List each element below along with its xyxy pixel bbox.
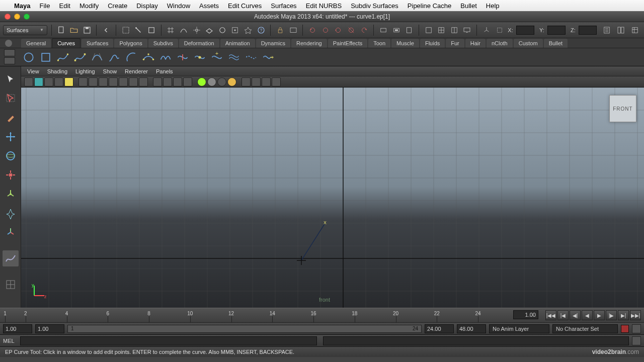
step-forward-key-button[interactable]: ▶|	[618, 310, 629, 320]
prefs-icon[interactable]	[632, 324, 641, 333]
panel-tool-hq[interactable]	[183, 77, 192, 86]
view-cube[interactable]: FRONT	[609, 95, 636, 122]
select-object-icon[interactable]	[146, 24, 157, 36]
tool-settings-icon[interactable]	[615, 24, 627, 36]
move-tool[interactable]	[3, 129, 19, 145]
go-to-start-button[interactable]: |◀◀	[545, 310, 556, 320]
three-point-arc-icon[interactable]	[141, 50, 156, 65]
panel-tool-grid[interactable]	[64, 77, 73, 86]
channel-box-icon[interactable]	[629, 24, 641, 36]
shelf-tab-bullet[interactable]: Bullet	[544, 39, 568, 48]
rotate-tool[interactable]	[3, 148, 19, 164]
auto-key-button[interactable]	[621, 325, 629, 333]
panel-tool-textured[interactable]	[153, 77, 162, 86]
menu-create[interactable]: Create	[108, 2, 127, 10]
panel-tool-all-lights[interactable]	[207, 77, 216, 86]
panel-menu-show[interactable]: Show	[103, 68, 117, 74]
panel-tool-2d[interactable]	[54, 77, 63, 86]
last-tool-ep-curve[interactable]	[3, 250, 19, 266]
shelf-tab-ncloth[interactable]: nCloth	[487, 39, 513, 48]
paint-select-tool[interactable]	[3, 110, 19, 126]
shelf-tab-toon[interactable]: Toon	[368, 39, 390, 48]
panel-tool-default-light[interactable]	[197, 77, 206, 86]
detach-curves-icon[interactable]	[175, 50, 190, 65]
shelf-tab-custom[interactable]: Custom	[514, 39, 543, 48]
pencil-curve-tool-icon[interactable]	[107, 50, 122, 65]
panel-menu-panels[interactable]: Panels	[156, 68, 173, 74]
undo-icon[interactable]	[101, 24, 112, 36]
nurbs-circle-icon[interactable]	[21, 50, 36, 65]
menu-subdiv[interactable]: Subdiv Surfaces	[351, 2, 398, 10]
range-end-inner[interactable]: 24.00	[425, 324, 454, 333]
offset-curve-icon[interactable]	[226, 50, 242, 65]
show-manip-tool[interactable]	[3, 224, 19, 240]
cv-curve-tool-icon[interactable]	[72, 50, 88, 65]
save-scene-icon[interactable]	[82, 24, 93, 36]
panel-tool-shaded[interactable]	[139, 77, 148, 86]
soft-mod-tool[interactable]	[3, 205, 19, 221]
script-editor-icon[interactable]	[632, 336, 641, 345]
rebuild-curve-icon[interactable]	[244, 50, 259, 65]
anim-layer-select[interactable]: No Anim Layer	[489, 324, 549, 333]
shelf-tab-deformation[interactable]: Deformation	[179, 39, 219, 48]
go-to-end-button[interactable]: ▶▶|	[630, 310, 641, 320]
history-redo-icon[interactable]	[359, 24, 370, 36]
panel-tool-shadows[interactable]	[173, 77, 182, 86]
add-points-tool-icon[interactable]: +	[209, 50, 224, 65]
menu-window[interactable]: Window	[167, 2, 190, 10]
shelf-tab-hair[interactable]: Hair	[465, 39, 486, 48]
layout-four-icon[interactable]	[436, 24, 447, 36]
scale-tool[interactable]	[3, 167, 19, 183]
select-by-type-icon[interactable]	[120, 24, 131, 36]
panel-menu-view[interactable]: View	[27, 68, 39, 74]
shelf-tab-painteffects[interactable]: PaintEffects	[328, 39, 368, 48]
lock-icon[interactable]	[275, 24, 286, 36]
panel-tool-lights[interactable]	[163, 77, 172, 86]
panel-tool-isolate[interactable]	[242, 77, 251, 86]
construction-history-icon[interactable]	[333, 24, 344, 36]
play-backward-button[interactable]: ◀	[582, 310, 593, 320]
layout-single-icon[interactable]	[423, 24, 434, 36]
panel-tool-xray-joints[interactable]	[262, 77, 271, 86]
shelf-tab-animation[interactable]: Animation	[220, 39, 255, 48]
step-forward-button[interactable]: |▶	[606, 310, 617, 320]
snap-live-icon[interactable]	[217, 24, 228, 36]
coord-x-input[interactable]	[516, 26, 534, 35]
shelf-tab-polygons[interactable]: Polygons	[114, 39, 147, 48]
close-window-button[interactable]	[5, 14, 11, 20]
arc-tool-icon[interactable]	[124, 50, 139, 65]
range-start-inner[interactable]: 1.00	[35, 324, 64, 333]
panel-menu-renderer[interactable]: Renderer	[125, 68, 148, 74]
layout-two-icon[interactable]	[449, 24, 460, 36]
render-frame-icon[interactable]	[378, 24, 389, 36]
attach-curves-icon[interactable]	[158, 50, 173, 65]
menu-modify[interactable]: Modify	[79, 2, 99, 10]
insert-knot-icon[interactable]	[192, 50, 207, 65]
panel-tool-gate-mask[interactable]	[99, 77, 108, 86]
shelf-tab-general[interactable]: General	[21, 39, 51, 48]
shelf-tab-surfaces[interactable]: Surfaces	[82, 39, 113, 48]
character-set-select[interactable]: No Character Set	[552, 324, 618, 333]
panel-tool-res-gate[interactable]	[89, 77, 98, 86]
make-live-icon[interactable]	[243, 24, 254, 36]
ep-curve-tool-icon[interactable]	[55, 50, 70, 65]
shelf-tab-dynamics[interactable]: Dynamics	[256, 39, 290, 48]
menu-set-dropdown[interactable]: Surfaces ▼	[3, 25, 47, 35]
panel-tool-bookmark[interactable]	[34, 77, 43, 86]
app-menu[interactable]: Maya	[14, 2, 31, 10]
menu-bullet[interactable]: Bullet	[460, 2, 477, 10]
range-slider[interactable]: 1 24	[67, 325, 422, 333]
snap-point-icon[interactable]	[191, 24, 202, 36]
attribute-editor-icon[interactable]	[601, 24, 613, 36]
menu-edit[interactable]: Edit	[59, 2, 70, 10]
panel-menu-shading[interactable]: Shading	[47, 68, 67, 74]
shelf-tab-subdivs[interactable]: Subdivs	[148, 39, 178, 48]
shelf-tab-curves[interactable]: Curves	[52, 38, 80, 48]
history-output-icon[interactable]	[320, 24, 331, 36]
render-icon[interactable]	[288, 24, 299, 36]
coord-y-input[interactable]	[547, 26, 566, 35]
panel-tool-xray[interactable]	[252, 77, 261, 86]
render-settings-icon[interactable]	[404, 24, 415, 36]
time-scrub[interactable]: 124681012141618202224 1.00	[0, 307, 540, 322]
shelf-menu-icon[interactable]	[5, 40, 12, 47]
